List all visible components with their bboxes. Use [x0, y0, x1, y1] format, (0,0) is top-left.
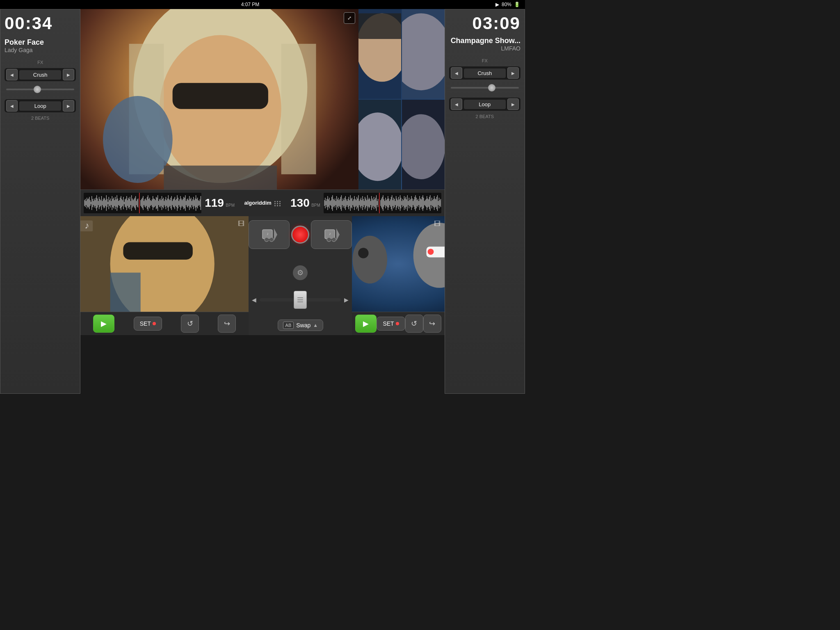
svg-rect-76 [132, 199, 132, 208]
svg-rect-275 [418, 199, 418, 207]
right-fx-knob[interactable] [488, 84, 495, 91]
svg-rect-225 [376, 195, 377, 211]
left-loop-next[interactable]: ▶ [63, 100, 74, 112]
svg-rect-75 [131, 195, 132, 211]
svg-rect-42 [105, 199, 105, 208]
right-play-button[interactable]: ▶ [355, 315, 377, 333]
left-beats-label: 2 BEATS [5, 116, 76, 121]
cf-left-arrow[interactable]: ◀ [252, 297, 256, 303]
svg-rect-68 [126, 199, 126, 208]
svg-rect-46 [108, 202, 108, 204]
left-media-button[interactable]: ♪ [249, 220, 290, 249]
svg-rect-41 [104, 198, 104, 208]
status-bar: 4:07 PM ▶ 80% 🔋 [0, 0, 525, 9]
svg-rect-265 [409, 200, 410, 206]
left-bpm: 119 BPM [205, 196, 235, 210]
svg-rect-277 [419, 196, 420, 210]
left-waveform[interactable] [84, 193, 201, 213]
svg-rect-217 [370, 199, 370, 207]
left-fx-slider[interactable] [6, 89, 74, 90]
svg-rect-159 [201, 196, 201, 210]
bottom-center-controls: ♪ ♪ [249, 216, 352, 335]
right-fx-slider[interactable] [451, 87, 519, 89]
status-right: ▶ 80% 🔋 [495, 2, 520, 7]
svg-rect-262 [407, 195, 408, 211]
left-set-button[interactable]: SET [134, 317, 162, 331]
svg-rect-44 [106, 195, 107, 211]
svg-rect-156 [198, 200, 199, 206]
expand-button[interactable]: ⤢ [344, 12, 355, 24]
right-loop-prev[interactable]: ◀ [451, 98, 462, 110]
crossfader[interactable] [260, 298, 341, 301]
right-fx-next[interactable]: ▶ [507, 67, 519, 79]
svg-rect-134 [180, 196, 181, 210]
svg-rect-284 [425, 200, 425, 206]
right-bpm: 130 BPM [290, 196, 320, 210]
left-reloop-button[interactable]: ↺ [181, 315, 199, 333]
svg-rect-164 [326, 199, 327, 207]
svg-rect-195 [352, 198, 352, 208]
svg-rect-37 [100, 200, 101, 206]
cf-right-arrow[interactable]: ▶ [344, 297, 349, 303]
left-loop-prev[interactable]: ◀ [6, 100, 18, 112]
svg-rect-240 [389, 201, 390, 205]
right-fx-prev[interactable]: ◀ [451, 67, 462, 79]
svg-rect-181 [340, 197, 341, 209]
right-loop-next[interactable]: ▶ [507, 98, 519, 110]
left-fx-next[interactable]: ▶ [63, 69, 74, 80]
right-fx-label: FX [449, 58, 520, 63]
left-waveform-svg [84, 193, 201, 213]
svg-rect-60 [119, 200, 120, 206]
svg-rect-187 [345, 196, 346, 210]
video-right-cell-4 [402, 100, 445, 189]
left-fx-knob[interactable] [34, 86, 41, 93]
svg-rect-124 [172, 201, 173, 205]
svg-rect-64 [123, 200, 123, 206]
svg-rect-303 [441, 199, 441, 207]
svg-rect-108 [159, 199, 160, 207]
record-button[interactable] [291, 226, 309, 244]
svg-rect-20 [87, 198, 87, 208]
svg-rect-294 [433, 199, 434, 207]
svg-text:♪: ♪ [267, 231, 269, 236]
svg-rect-21 [88, 199, 88, 207]
svg-rect-105 [157, 198, 157, 208]
right-media-button[interactable]: ♪ [311, 220, 352, 249]
svg-rect-39 [102, 201, 103, 205]
swap-button[interactable]: AB Swap ▲ [278, 320, 324, 331]
svg-rect-118 [167, 199, 168, 208]
svg-rect-127 [175, 197, 175, 209]
svg-rect-100 [153, 196, 153, 210]
svg-rect-27 [92, 199, 93, 207]
cell1-svg [358, 9, 401, 99]
svg-rect-34 [98, 201, 98, 205]
svg-rect-239 [388, 199, 389, 208]
svg-rect-219 [371, 196, 372, 210]
svg-rect-213 [366, 200, 367, 206]
left-scratch-button[interactable]: ↪ [218, 315, 236, 333]
svg-rect-231 [382, 197, 382, 209]
crossfader-knob[interactable] [294, 291, 307, 309]
svg-rect-18 [85, 199, 86, 207]
svg-rect-215 [368, 199, 368, 207]
right-waveform[interactable] [324, 193, 441, 213]
svg-rect-293 [432, 200, 433, 206]
right-reloop-button[interactable]: ↺ [405, 315, 423, 333]
logo-dots [274, 201, 281, 206]
right-deck: 03:09 Champagne Show... LMFAO FX ◀ Crush… [445, 9, 525, 394]
left-loop-control: ◀ Loop ▶ [5, 99, 76, 112]
svg-rect-33 [97, 199, 98, 208]
svg-rect-26 [91, 196, 92, 210]
center-area: ⤢ [80, 9, 444, 394]
svg-rect-157 [199, 201, 199, 205]
left-note-icon: ♪ [84, 220, 89, 231]
svg-rect-88 [143, 196, 144, 210]
left-play-button[interactable]: ▶ [93, 315, 114, 333]
settings-button[interactable]: ⚙ [293, 265, 308, 280]
right-loop-name: Loop [464, 100, 506, 109]
svg-rect-116 [166, 197, 166, 209]
right-set-button[interactable]: SET [377, 317, 405, 331]
svg-rect-170 [331, 197, 332, 209]
right-scratch-button[interactable]: ↪ [423, 315, 441, 333]
left-fx-prev[interactable]: ◀ [6, 69, 18, 80]
